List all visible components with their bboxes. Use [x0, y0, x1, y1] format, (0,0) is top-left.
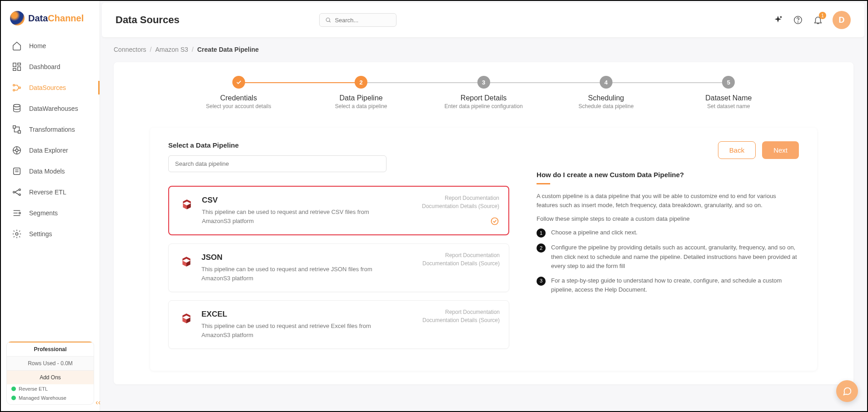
reverse-etl-icon	[12, 187, 22, 197]
documentation-details-link[interactable]: Documentation Details (Source)	[422, 316, 500, 324]
sidebar-item-settings[interactable]: Settings	[1, 223, 100, 244]
sidebar-item-data-models[interactable]: Data Models	[1, 161, 100, 182]
svg-point-17	[15, 233, 18, 235]
pipeline-card-excel[interactable]: EXCEL This pipeline can be used to reque…	[168, 300, 509, 349]
report-documentation-link[interactable]: Report Documentation	[422, 194, 499, 202]
pipeline-panel: Select a Data Pipeline CSV This pipeline…	[150, 128, 817, 371]
sidebar-item-label: Reverse ETL	[29, 189, 66, 196]
sidebar-item-label: Segments	[29, 209, 58, 217]
svg-rect-0	[13, 63, 16, 67]
step-number: 3	[477, 76, 490, 89]
svg-point-4	[13, 84, 15, 86]
pipeline-links: Report Documentation Documentation Detai…	[422, 308, 500, 324]
sidebar-item-label: DataWarehouses	[29, 105, 78, 112]
plan-rows: Rows Used - 0.0M	[7, 356, 94, 370]
help-steps: 1Choose a pipeline and click next. 2Conf…	[537, 228, 799, 294]
selected-check-icon	[490, 217, 499, 227]
sidebar-item-dashboard[interactable]: Dashboard	[1, 56, 100, 77]
help-icon[interactable]	[793, 15, 803, 25]
pipeline-card-csv[interactable]: CSV This pipeline can be used to request…	[168, 186, 509, 235]
notifications-icon[interactable]: 1	[813, 15, 823, 25]
cube-icon	[180, 255, 193, 268]
help-paragraph: A custom pipeline is a data pipeline tha…	[537, 192, 799, 210]
pipeline-desc: This pipeline can be used to request and…	[201, 322, 374, 339]
report-documentation-link[interactable]: Report Documentation	[422, 308, 500, 316]
notification-badge: 1	[819, 12, 826, 19]
models-icon	[12, 166, 22, 176]
sidebar-item-datawarehouses[interactable]: DataWarehouses	[1, 98, 100, 119]
chat-fab[interactable]	[836, 380, 858, 402]
sidebar-item-transformations[interactable]: Transformations	[1, 119, 100, 140]
search-icon	[325, 16, 331, 24]
breadcrumb-current: Create Data Pipeline	[197, 46, 259, 53]
svg-rect-1	[18, 63, 20, 65]
sparkle-icon[interactable]	[773, 15, 783, 25]
sidebar-item-label: Data Explorer	[29, 147, 68, 154]
step-number	[232, 76, 245, 89]
help-title: How do I create a new Custom Data Pipeli…	[537, 171, 799, 179]
sidebar-item-home[interactable]: Home	[1, 35, 100, 56]
documentation-details-link[interactable]: Documentation Details (Source)	[422, 202, 499, 210]
logo-text-1: Data	[28, 13, 48, 23]
step-number: 4	[600, 76, 612, 89]
sidebar-item-reverse-etl[interactable]: Reverse ETL	[1, 182, 100, 203]
sidebar-item-segments[interactable]: Segments	[1, 203, 100, 223]
chat-icon	[842, 386, 852, 396]
database-icon	[12, 104, 22, 114]
breadcrumb-connectors[interactable]: Connectors	[114, 46, 146, 53]
explorer-icon	[12, 145, 22, 155]
step-data-pipeline[interactable]: 2 Data Pipeline Select a data pipeline	[300, 76, 422, 109]
svg-point-19	[780, 16, 782, 18]
svg-rect-2	[18, 67, 20, 70]
next-button[interactable]: Next	[762, 141, 799, 159]
step-report-details[interactable]: 3 Report Details Enter data pipeline con…	[422, 76, 545, 109]
check-icon	[11, 396, 16, 400]
breadcrumb-amazon-s3[interactable]: Amazon S3	[155, 46, 188, 53]
svg-point-5	[13, 89, 15, 91]
documentation-details-link[interactable]: Documentation Details (Source)	[422, 259, 500, 268]
collapse-sidebar-button[interactable]: ‹‹	[95, 398, 100, 407]
svg-rect-3	[13, 69, 16, 71]
plan-name: Professional	[7, 342, 94, 356]
sidebar-item-label: Home	[29, 42, 46, 50]
svg-point-13	[13, 191, 15, 193]
pipeline-card-json[interactable]: JSON This pipeline can be used to reques…	[168, 243, 509, 292]
transform-icon	[12, 124, 22, 134]
section-title: Select a Data Pipeline	[168, 141, 509, 149]
pipeline-links: Report Documentation Documentation Detai…	[422, 251, 500, 268]
wizard-card: Credentials Select your account details …	[114, 62, 853, 384]
step-number: 2	[355, 76, 367, 89]
cube-icon	[180, 198, 194, 211]
plan-addons[interactable]: Add Ons	[7, 370, 94, 384]
datasources-icon	[12, 83, 22, 93]
svg-point-14	[19, 189, 21, 191]
svg-rect-9	[18, 131, 21, 134]
sidebar-item-data-explorer[interactable]: Data Explorer	[1, 140, 100, 161]
topbar: Data Sources 1 D	[102, 3, 864, 38]
svg-rect-12	[14, 168, 20, 175]
step-scheduling[interactable]: 4 Scheduling Schedule data pipeline	[545, 76, 667, 109]
back-button[interactable]: Back	[718, 141, 756, 159]
step-dataset-name[interactable]: 5 Dataset Name Set dataset name	[667, 76, 790, 109]
svg-point-11	[15, 149, 18, 152]
page-title: Data Sources	[115, 14, 180, 26]
pipeline-links: Report Documentation Documentation Detai…	[422, 194, 499, 210]
cube-icon	[180, 312, 193, 325]
sidebar-item-label: DataSources	[29, 84, 66, 91]
svg-point-21	[798, 22, 798, 22]
help-step: 3For a step-by-step guide to understand …	[537, 276, 799, 294]
sidebar-item-label: Dashboard	[29, 63, 60, 70]
pipeline-search-input[interactable]	[175, 160, 380, 167]
gear-icon	[12, 229, 22, 239]
plan-status-managed-warehouse: Managed Warehouse	[7, 393, 94, 404]
sidebar-item-datasources[interactable]: DataSources	[1, 77, 100, 98]
global-search[interactable]	[319, 13, 396, 27]
svg-point-18	[326, 18, 330, 21]
pipeline-search[interactable]	[168, 155, 386, 172]
avatar[interactable]: D	[833, 11, 851, 29]
logo[interactable]: DataChannel	[1, 7, 100, 35]
pipeline-desc: This pipeline can be used to request and…	[202, 208, 375, 225]
search-input[interactable]	[335, 17, 390, 24]
report-documentation-link[interactable]: Report Documentation	[422, 251, 500, 259]
step-credentials[interactable]: Credentials Select your account details	[177, 76, 300, 109]
